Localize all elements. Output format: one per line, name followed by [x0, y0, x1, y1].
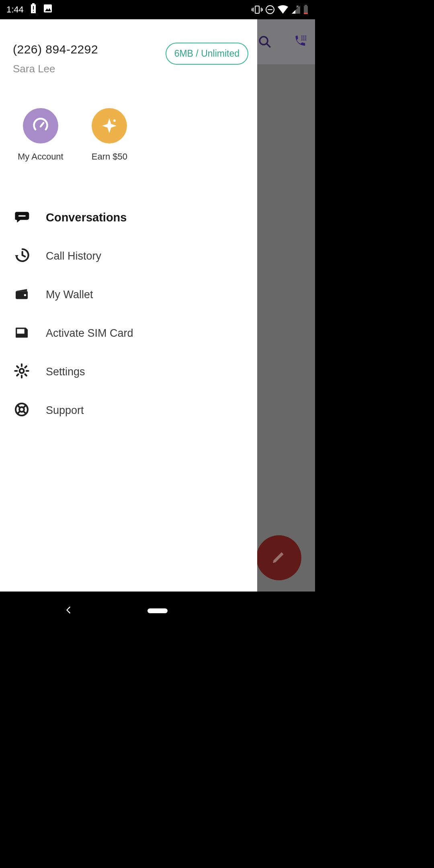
- menu-label: Settings: [46, 366, 85, 378]
- svg-rect-18: [304, 13, 308, 14]
- back-button[interactable]: [64, 606, 73, 616]
- lifebuoy-icon: [14, 401, 30, 419]
- image-icon: [43, 4, 53, 16]
- navigation-drawer: (226) 894-2292 Sara Lee 6MB / Unlimited …: [0, 19, 257, 592]
- svg-line-43: [17, 411, 20, 414]
- menu-label: Call History: [46, 250, 101, 262]
- menu-item-wallet[interactable]: My Wallet: [0, 275, 257, 314]
- svg-line-42: [24, 405, 27, 407]
- svg-marker-14: [292, 10, 295, 14]
- data-usage-pill[interactable]: 6MB / Unlimited: [166, 43, 248, 65]
- menu-item-call-history[interactable]: Call History: [0, 237, 257, 275]
- menu-label: Support: [46, 404, 84, 417]
- menu-item-support[interactable]: Support: [0, 391, 257, 430]
- system-nav-bar: [0, 592, 315, 630]
- earn-shortcut[interactable]: Earn $50: [92, 108, 127, 162]
- drawer-menu: Conversations Call History My Wallet Act…: [0, 162, 257, 430]
- svg-point-35: [24, 294, 26, 296]
- gear-icon: [14, 363, 30, 381]
- menu-item-settings[interactable]: Settings: [0, 352, 257, 391]
- svg-text:R: R: [297, 5, 299, 8]
- menu-label: Conversations: [46, 211, 127, 224]
- my-account-shortcut[interactable]: My Account: [18, 108, 63, 162]
- svg-rect-17: [305, 5, 307, 6]
- svg-point-31: [113, 119, 116, 122]
- cell-signal-icon: R: [291, 5, 301, 14]
- menu-item-activate-sim[interactable]: Activate SIM Card: [0, 314, 257, 352]
- battery-icon: [303, 5, 309, 14]
- home-pill[interactable]: [147, 608, 168, 613]
- svg-point-39: [19, 407, 24, 412]
- svg-line-40: [17, 405, 20, 407]
- svg-marker-33: [15, 255, 18, 258]
- menu-item-conversations[interactable]: Conversations: [0, 198, 257, 237]
- svg-line-41: [24, 411, 27, 414]
- menu-label: Activate SIM Card: [46, 327, 133, 340]
- sim-icon: [14, 324, 30, 342]
- svg-rect-36: [17, 329, 24, 334]
- account-phone-number: (226) 894-2292: [13, 43, 98, 56]
- sparkle-icon: [92, 108, 127, 143]
- shortcut-label: Earn $50: [92, 151, 127, 162]
- svg-line-30: [41, 123, 43, 127]
- wifi-icon: [277, 5, 289, 14]
- account-user-name: Sara Lee: [13, 63, 98, 75]
- chat-icon: [14, 209, 30, 226]
- svg-rect-1: [32, 3, 35, 4]
- history-icon: [14, 247, 30, 265]
- vibrate-icon: [252, 5, 263, 14]
- svg-rect-3: [33, 11, 34, 12]
- menu-label: My Wallet: [46, 289, 93, 301]
- svg-point-37: [20, 369, 24, 373]
- status-time: 1:44: [6, 4, 24, 15]
- battery-alert-icon: [30, 3, 37, 16]
- shortcut-label: My Account: [18, 151, 63, 162]
- dnd-icon: [265, 5, 275, 14]
- gauge-icon: [23, 108, 58, 143]
- svg-rect-2: [33, 6, 34, 10]
- wallet-icon: [14, 286, 30, 303]
- status-bar: 1:44 R: [0, 0, 315, 19]
- svg-rect-6: [255, 6, 259, 13]
